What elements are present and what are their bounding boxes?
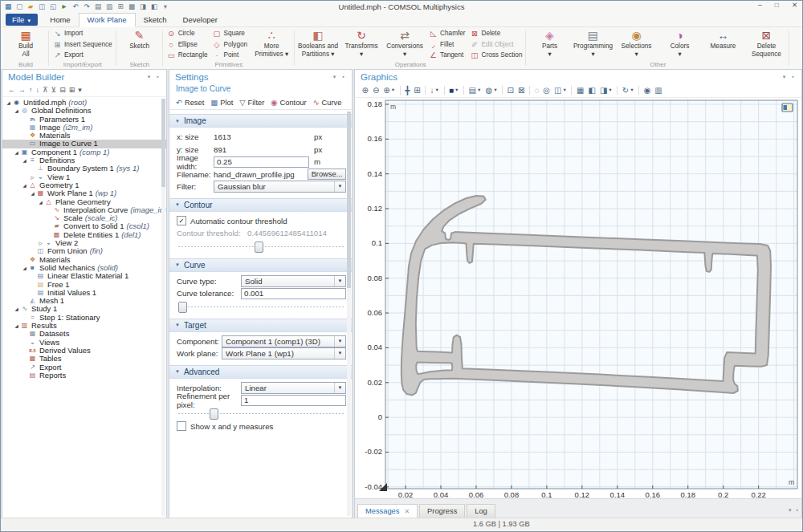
section-curve-header[interactable]: ▼ Curve	[169, 258, 352, 272]
plot-area[interactable]: 0.020.040.060.080.10.120.140.160.180.20.…	[355, 98, 801, 497]
qat-options-icon[interactable]: ▾	[161, 2, 170, 12]
app-icon[interactable]: ▦	[3, 2, 13, 12]
sketch-button[interactable]: ✎Sketch	[118, 28, 161, 51]
panel-menu-icon[interactable]: ▾	[780, 74, 789, 80]
panel-menu-icon[interactable]: ▾	[330, 74, 339, 80]
tree-node-tables[interactable]: ▦Tables	[2, 355, 166, 363]
browse-button[interactable]: Browse...	[308, 169, 346, 180]
rectangle-button[interactable]: ▭Rectangle	[165, 50, 210, 61]
tab-progress[interactable]: Progress	[419, 504, 465, 518]
grid-icon[interactable]: ▦	[574, 84, 585, 96]
open-file-icon[interactable]: ▰	[26, 2, 35, 12]
tree-node-interpolation-curve[interactable]: ∿Interpolation Curve(image_ic)	[2, 206, 166, 214]
save-as-icon[interactable]: ◱	[48, 2, 58, 12]
tree-expander-icon[interactable]: ◢	[13, 322, 20, 330]
view-options-icon[interactable]: ◫▼	[552, 84, 569, 96]
close-button[interactable]: ✕Close	[791, 28, 803, 51]
tree-node-export[interactable]: ↗Export	[2, 363, 166, 372]
compare-icon[interactable]: ◧	[149, 2, 159, 12]
transparency-icon[interactable]: ◨▼	[597, 84, 614, 96]
refinement-input[interactable]: 1	[241, 395, 346, 406]
close-icon[interactable]: ✕	[404, 508, 410, 515]
tree-node-results[interactable]: ◢▥Results	[2, 322, 166, 330]
go-to-default-view-icon[interactable]: ↓▼	[428, 84, 441, 96]
tree-expander-icon[interactable]: ◢	[21, 156, 28, 164]
snapshot-icon[interactable]: ◉	[642, 84, 653, 96]
selections-button[interactable]: ◉Selections▾	[614, 28, 658, 58]
curve-type-select[interactable]: Solid ▼	[241, 275, 346, 287]
tab-sketch[interactable]: Sketch	[136, 14, 175, 26]
ellipse-button[interactable]: ○Ellipse	[165, 39, 210, 51]
print-icon[interactable]: ▥	[653, 84, 664, 96]
tab-messages[interactable]: Messages✕	[357, 504, 418, 518]
panel-detach-icon[interactable]: ▪	[789, 74, 797, 79]
contour-button[interactable]: ◉Contour	[271, 98, 306, 107]
move-up-icon[interactable]: ↑	[29, 84, 33, 95]
image-width-input[interactable]: 0.25	[214, 156, 309, 168]
model-tree-options-icon[interactable]: ⊞	[69, 84, 75, 95]
zoom-extents-icon[interactable]: ⊞	[412, 84, 422, 96]
run-icon[interactable]: ►	[59, 2, 69, 12]
settings-scrollbar[interactable]	[347, 112, 351, 516]
tree-node-linear-elastic-material-1[interactable]: ▤Linear Elastic Material 1	[2, 272, 166, 280]
scene-light-icon[interactable]: ◍▼	[483, 84, 499, 96]
tree-node-view-1[interactable]: ▷◒View 1	[2, 173, 166, 181]
curve-tolerance-input[interactable]: 0.001	[241, 288, 346, 299]
tree-expander-icon[interactable]: ◢	[37, 198, 44, 206]
duplicate-icon[interactable]: ⊞	[116, 2, 125, 12]
scene-color-icon[interactable]: ■▼	[447, 84, 462, 96]
plot-canvas[interactable]: 0.020.040.060.080.10.120.140.160.180.20.…	[355, 98, 801, 502]
toolbar-more-icon[interactable]: ▾	[78, 84, 82, 95]
tree-node-datasets[interactable]: ▦Datasets	[2, 330, 166, 338]
slider-handle[interactable]	[210, 408, 218, 420]
zoom-out-icon[interactable]: ⊖	[370, 84, 381, 96]
tree-node-delete-entities-1[interactable]: ▩Delete Entities 1(del1)	[2, 231, 166, 239]
curve-button[interactable]: ∿Curve	[313, 98, 342, 107]
move-down-icon[interactable]: ↓	[36, 84, 40, 95]
minimize-button[interactable]: –	[758, 1, 762, 9]
tangent-button[interactable]: ∠Tangent	[426, 50, 467, 61]
tree-node-mesh-1[interactable]: ◭Mesh 1	[2, 297, 166, 305]
panel-detach-icon[interactable]: ▪	[339, 74, 348, 79]
forward-icon[interactable]: →	[18, 84, 26, 95]
parts-button[interactable]: ◈Parts▾	[528, 28, 571, 58]
tree-expander-icon[interactable]: ◢	[29, 189, 36, 197]
tree-expander-icon[interactable]: ◢	[5, 99, 12, 107]
maximize-button[interactable]: □	[775, 1, 779, 9]
component-select[interactable]: Component 1 (comp1) (3D) ▼	[222, 335, 346, 347]
tree-node-step-1-stationary[interactable]: =Step 1: Stationary	[2, 314, 166, 322]
tree-expander-icon[interactable]: ▷	[29, 173, 36, 181]
slider-handle[interactable]	[178, 302, 187, 313]
copy-icon[interactable]: ▤	[93, 2, 103, 12]
tab-home[interactable]: Home	[42, 14, 78, 26]
tree-node-reports[interactable]: ▤Reports	[2, 372, 166, 380]
tree-expander-icon[interactable]: ▷	[37, 239, 44, 247]
pan-icon[interactable]: ╋	[403, 84, 412, 96]
conversions-button[interactable]: ⇄Conversions▾	[383, 28, 426, 58]
tabs-detach-icon[interactable]: ▪	[797, 507, 798, 514]
orientation-icon[interactable]: ◧	[586, 84, 597, 96]
auto-threshold-checkbox[interactable]: ✓	[177, 216, 186, 225]
refinement-slider[interactable]	[178, 408, 344, 420]
paste-icon[interactable]: ▥	[104, 2, 114, 12]
insert-sequence-button[interactable]: ⊞Insert Sequence	[51, 39, 115, 51]
deselect-box-icon[interactable]: ⊠	[516, 84, 526, 96]
section-target-header[interactable]: ▼ Target	[169, 319, 352, 332]
more-primitives-button[interactable]: ∴MorePrimitives ▾	[250, 28, 293, 58]
panel-detach-icon[interactable]: ▪	[153, 74, 162, 79]
export-button[interactable]: ↗Export	[51, 50, 115, 61]
filter-select[interactable]: Gaussian blur ▼	[214, 181, 346, 193]
hide-objects-icon[interactable]: ◌	[532, 84, 541, 96]
polygon-button[interactable]: ◇Polygon	[210, 39, 251, 51]
section-advanced-header[interactable]: ▼ Advanced	[169, 365, 352, 379]
plot-button[interactable]: ▦Plot	[210, 98, 233, 107]
cross-section-button[interactable]: ◫Cross Section	[468, 50, 525, 61]
circle-button[interactable]: ⊙Circle	[165, 28, 210, 39]
show-measures-checkbox[interactable]	[177, 421, 186, 431]
tree-node-form-union[interactable]: ◫Form Union(fin)	[2, 247, 166, 255]
import-button[interactable]: ↘Import	[51, 28, 115, 39]
tree-expander-icon[interactable]: ◢	[21, 264, 28, 272]
tree-expander-icon[interactable]: ◢	[21, 181, 28, 189]
expand-all-icon[interactable]: ⊻	[51, 84, 57, 95]
back-icon[interactable]: ←	[8, 84, 15, 95]
